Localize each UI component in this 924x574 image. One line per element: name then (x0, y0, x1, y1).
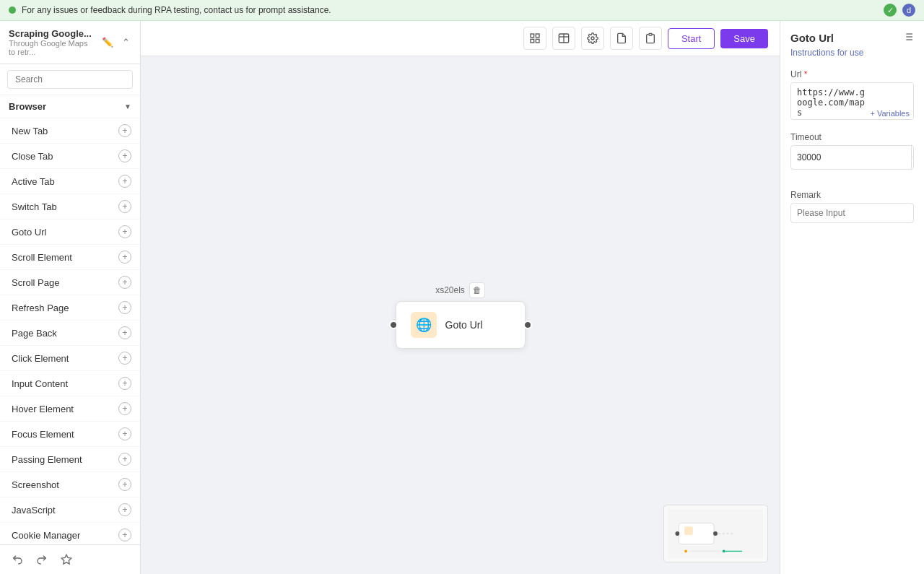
sidebar-item-scroll-page[interactable]: Scroll Page + (0, 269, 140, 295)
timeout-input[interactable] (791, 148, 911, 167)
svg-rect-9 (649, 33, 652, 35)
panel-header: Goto Url (790, 31, 914, 45)
add-input-content-icon[interactable]: + (118, 377, 131, 390)
add-page-back-icon[interactable]: + (118, 326, 131, 339)
svg-point-14 (675, 531, 679, 536)
add-switch-tab-icon[interactable]: + (118, 200, 131, 213)
browser-section-header[interactable]: Browser ▼ (0, 95, 140, 118)
timeout-controls: − + (911, 146, 914, 169)
project-title: Scraping Google... (9, 28, 95, 39)
banner-icon-discord: d (902, 4, 915, 17)
sidebar-item-refresh-page[interactable]: Refresh Page + (0, 295, 140, 320)
connector-left (389, 321, 398, 329)
node-icon-box: 🌐 (411, 312, 437, 338)
svg-rect-12 (684, 526, 693, 535)
browser-chevron-icon: ▼ (124, 103, 131, 110)
add-active-tab-icon[interactable]: + (118, 175, 131, 188)
url-required: * (804, 69, 808, 79)
sidebar-item-page-back[interactable]: Page Back + (0, 320, 140, 345)
sidebar-item-focus-element[interactable]: Focus Element + (0, 421, 140, 446)
sidebar-item-new-tab[interactable]: New Tab + (0, 118, 140, 143)
right-panel: Goto Url Instructions for use Url * http… (780, 21, 924, 574)
save-button[interactable]: Save (720, 29, 768, 48)
add-passing-element-icon[interactable]: + (118, 453, 131, 466)
collapse-icon[interactable]: ⌃ (121, 35, 131, 49)
svg-rect-1 (531, 34, 534, 38)
add-scroll-element-icon[interactable]: + (118, 251, 131, 264)
node-id: xs20els (435, 285, 465, 295)
start-button[interactable]: Start (668, 28, 715, 49)
add-new-tab-icon[interactable]: + (118, 124, 131, 137)
search-input[interactable] (7, 70, 133, 89)
add-cookie-manager-icon[interactable]: + (118, 529, 131, 542)
sidebar: Scraping Google... Through Google Maps t… (0, 21, 141, 574)
sidebar-item-click-element[interactable]: Click Element + (0, 345, 140, 370)
add-scroll-page-icon[interactable]: + (118, 276, 131, 289)
svg-point-16 (684, 549, 687, 552)
undo-button[interactable] (9, 551, 26, 568)
remark-input[interactable] (790, 203, 914, 223)
flow-node-container: xs20els 🗑 🌐 Goto Url (396, 282, 526, 349)
add-click-element-icon[interactable]: + (118, 352, 131, 365)
top-banner: For any issues or feedback during RPA te… (0, 0, 924, 21)
sidebar-item-passing-element[interactable]: Passing Element + (0, 446, 140, 471)
node-delete-button[interactable]: 🗑 (469, 282, 485, 298)
svg-marker-0 (61, 555, 71, 564)
canvas-content[interactable]: xs20els 🗑 🌐 Goto Url (141, 56, 780, 574)
timeout-field-group: Timeout − + (790, 132, 914, 180)
file-icon[interactable] (610, 27, 633, 50)
node-label-row: xs20els 🗑 (435, 282, 485, 298)
edit-icon[interactable]: ✏️ (100, 35, 115, 49)
timeout-row: − + (790, 145, 914, 170)
star-button[interactable] (58, 551, 75, 568)
sidebar-item-close-tab[interactable]: Close Tab + (0, 143, 140, 168)
sidebar-item-scroll-element[interactable]: Scroll Element + (0, 244, 140, 269)
add-refresh-page-icon[interactable]: + (118, 301, 131, 314)
url-field-wrapper: https://www.google.com/maps + Variables (790, 82, 914, 122)
svg-rect-2 (536, 34, 539, 38)
redo-button[interactable] (33, 551, 51, 568)
clipboard-icon[interactable] (639, 27, 662, 50)
canvas-toolbar: Start Save (141, 21, 780, 56)
url-label: Url * (790, 69, 914, 79)
settings-icon[interactable] (581, 27, 604, 50)
add-hover-element-icon[interactable]: + (118, 402, 131, 415)
svg-point-8 (591, 37, 594, 40)
sidebar-item-switch-tab[interactable]: Switch Tab + (0, 193, 140, 219)
sidebar-item-javascript[interactable]: JavaScript + (0, 497, 140, 522)
sidebar-item-input-content[interactable]: Input Content + (0, 370, 140, 396)
add-close-tab-icon[interactable]: + (118, 149, 131, 162)
mini-map (663, 505, 768, 562)
sidebar-item-screenshot[interactable]: Screenshot + (0, 471, 140, 497)
canvas-area: Start Save xs20els 🗑 🌐 Goto Url (141, 21, 780, 574)
banner-icon-check: ✓ (884, 4, 897, 17)
table-icon[interactable] (552, 27, 575, 50)
remark-label: Remark (790, 190, 914, 200)
sidebar-header: Scraping Google... Through Google Maps t… (0, 21, 140, 64)
sidebar-item-hover-element[interactable]: Hover Element + (0, 396, 140, 421)
svg-point-15 (713, 531, 718, 536)
sidebar-item-cookie-manager[interactable]: Cookie Manager + (0, 522, 140, 544)
variables-button[interactable]: + Variables (870, 109, 910, 118)
svg-rect-11 (679, 523, 714, 544)
add-javascript-icon[interactable]: + (118, 503, 131, 516)
add-goto-url-icon[interactable]: + (118, 225, 131, 238)
panel-menu-icon[interactable] (902, 31, 914, 45)
instructions-link[interactable]: Instructions for use (790, 48, 914, 58)
browser-label: Browser (9, 101, 46, 112)
timeout-decrement-button[interactable]: − (912, 146, 914, 157)
grid-icon[interactable] (523, 27, 546, 50)
status-dot (9, 6, 16, 14)
remark-field-group: Remark (790, 190, 914, 223)
sidebar-bottom-toolbar (0, 544, 140, 574)
url-field-group: Url * https://www.google.com/maps + Vari… (790, 69, 914, 122)
flow-node[interactable]: 🌐 Goto Url (396, 301, 526, 349)
sidebar-item-active-tab[interactable]: Active Tab + (0, 168, 140, 193)
add-screenshot-icon[interactable]: + (118, 478, 131, 491)
timeout-increment-button[interactable]: + (912, 157, 914, 169)
sidebar-item-goto-url[interactable]: Goto Url + (0, 219, 140, 244)
svg-rect-3 (536, 39, 539, 43)
search-box (0, 64, 140, 95)
svg-point-19 (723, 549, 725, 552)
add-focus-element-icon[interactable]: + (118, 427, 131, 440)
